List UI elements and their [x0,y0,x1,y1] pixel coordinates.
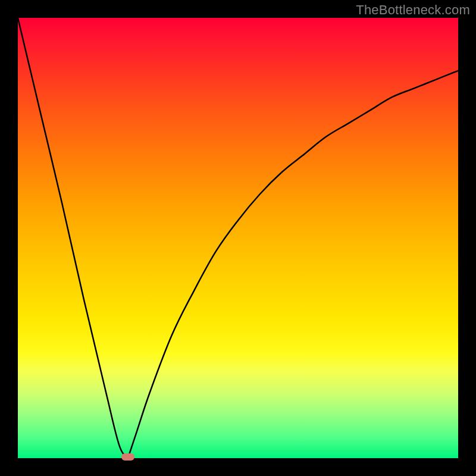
bottleneck-marker [121,453,134,461]
plot-area [18,18,458,458]
curve-right-ascent [128,71,458,458]
watermark-text: TheBottleneck.com [356,2,470,18]
curve-left-descent [18,18,128,458]
curve-layer [18,18,458,458]
chart-root: TheBottleneck.com [0,0,476,476]
